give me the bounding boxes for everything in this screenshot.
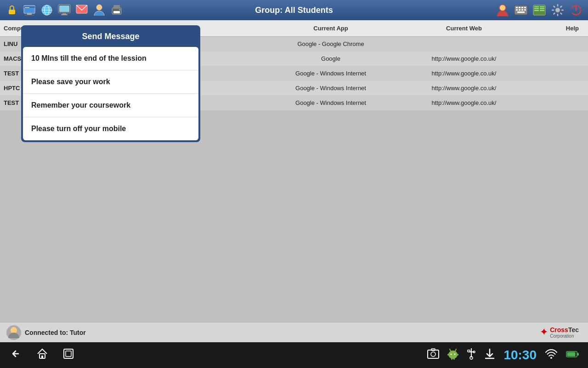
row-current-app-2: Google - Windows Internet <box>266 70 395 77</box>
svg-rect-13 <box>62 13 66 14</box>
send-message-item-3[interactable]: Please turn off your mobile <box>23 117 198 140</box>
send-message-item-2[interactable]: Remember your coursework <box>23 94 198 117</box>
toolbar-icons-left <box>5 3 124 17</box>
col-header-current-app: Current App <box>266 25 395 32</box>
status-bar: Connected to: Tutor ✦ CrossTec Corporati… <box>0 322 588 342</box>
crosstec-corp: Corporation <box>550 334 579 339</box>
battery-nav-icon <box>566 349 579 361</box>
send-message-panel: Send Message 10 MIns till the end of the… <box>21 25 200 142</box>
crosstec-logo: ✦ CrossTec Corporation <box>540 326 579 339</box>
nav-icons-left <box>9 347 74 363</box>
svg-rect-34 <box>534 6 539 7</box>
col-header-current-web: Current Web <box>395 25 533 32</box>
svg-rect-36 <box>534 10 539 11</box>
svg-rect-69 <box>567 352 576 356</box>
svg-rect-70 <box>577 353 579 356</box>
svg-rect-27 <box>524 7 526 8</box>
tutor-icon[interactable] <box>495 3 510 17</box>
svg-rect-26 <box>521 7 523 8</box>
lock-icon[interactable] <box>5 3 19 17</box>
home-nav-icon[interactable] <box>36 347 49 363</box>
svg-rect-38 <box>540 8 544 9</box>
list-icon[interactable] <box>532 3 547 17</box>
row-current-web-3: http://www.google.co.uk/ <box>395 85 533 92</box>
printer-icon[interactable] <box>109 3 124 17</box>
download-nav-icon[interactable] <box>484 347 495 363</box>
svg-rect-18 <box>113 5 120 9</box>
send-message-list: 10 MIns till the end of the lessionPleas… <box>23 47 198 140</box>
svg-point-67 <box>550 357 552 359</box>
svg-point-20 <box>119 9 121 11</box>
svg-rect-5 <box>27 13 32 15</box>
recent-nav-icon[interactable] <box>62 348 74 362</box>
bottom-nav: 10:30 <box>0 342 588 368</box>
usb-nav-icon[interactable] <box>467 347 476 363</box>
connected-info: Connected to: Tutor <box>6 325 86 340</box>
monitor-icon[interactable] <box>57 3 72 17</box>
nav-icons-right: 10:30 <box>427 347 579 363</box>
svg-rect-60 <box>453 357 455 360</box>
svg-rect-25 <box>519 7 520 8</box>
row-current-web-2: http://www.google.co.uk/ <box>395 70 533 77</box>
row-current-web-1: http://www.google.co.uk/ <box>395 55 533 62</box>
power-icon[interactable] <box>569 3 583 17</box>
svg-rect-47 <box>66 351 71 356</box>
top-toolbar: Group: All Students <box>0 0 588 20</box>
wifi-nav-icon <box>545 349 558 362</box>
avatar-icon <box>6 325 21 340</box>
screenshot-nav-icon[interactable] <box>427 348 439 362</box>
svg-point-53 <box>451 354 452 355</box>
svg-rect-29 <box>519 9 520 11</box>
svg-rect-19 <box>113 11 120 13</box>
svg-rect-45 <box>41 356 43 358</box>
svg-rect-48 <box>428 350 439 358</box>
svg-rect-39 <box>540 10 544 11</box>
keyboard-icon[interactable] <box>514 3 528 17</box>
row-current-app-1: Google <box>266 55 395 62</box>
svg-rect-12 <box>59 6 69 12</box>
browser-icon[interactable] <box>22 3 37 17</box>
globe-icon[interactable] <box>40 3 54 17</box>
android-nav-icon[interactable] <box>447 347 458 363</box>
message-icon[interactable] <box>74 3 89 17</box>
svg-rect-4 <box>25 15 34 15</box>
svg-rect-28 <box>516 9 518 11</box>
person-icon[interactable] <box>92 3 107 17</box>
svg-point-49 <box>431 352 435 356</box>
svg-rect-30 <box>521 9 523 11</box>
col-header-help: Help <box>533 25 588 32</box>
svg-point-43 <box>11 327 17 334</box>
svg-rect-63 <box>468 350 470 352</box>
row-current-web-4: http://www.google.co.uk/ <box>395 99 533 106</box>
toolbar-icons-right <box>495 3 583 17</box>
time-display: 10:30 <box>503 348 537 362</box>
svg-rect-3 <box>25 7 29 8</box>
connected-text: Connected to: Tutor <box>25 329 86 336</box>
svg-point-54 <box>454 354 456 355</box>
svg-rect-59 <box>451 357 452 360</box>
send-message-item-1[interactable]: Please save your work <box>23 70 198 94</box>
svg-line-55 <box>450 349 451 351</box>
svg-rect-14 <box>61 14 68 15</box>
svg-rect-32 <box>517 12 525 13</box>
svg-rect-35 <box>534 8 539 9</box>
row-current-app-3: Google - Windows Internet <box>266 85 395 92</box>
crosstec-text-block: CrossTec Corporation <box>550 326 579 339</box>
crosstec-branding: ✦ CrossTec Corporation <box>540 326 582 339</box>
row-current-app-4: Google - Windows Internet <box>266 99 395 106</box>
row-current-app-0: Google - Google Chrome <box>266 40 395 47</box>
svg-rect-46 <box>64 349 73 358</box>
back-nav-icon[interactable] <box>9 347 22 363</box>
send-message-item-0[interactable]: 10 MIns till the end of the lession <box>23 47 198 70</box>
crosstec-star-icon: ✦ <box>540 326 548 338</box>
toolbar-title: Group: All Students <box>255 6 333 15</box>
send-message-title: Send Message <box>23 27 198 47</box>
settings-icon[interactable] <box>550 3 565 17</box>
svg-line-56 <box>455 349 456 351</box>
svg-rect-31 <box>524 9 526 11</box>
svg-rect-24 <box>516 7 518 8</box>
svg-point-40 <box>555 8 560 12</box>
svg-point-16 <box>96 5 102 10</box>
svg-rect-37 <box>540 6 544 7</box>
svg-rect-0 <box>9 10 15 14</box>
